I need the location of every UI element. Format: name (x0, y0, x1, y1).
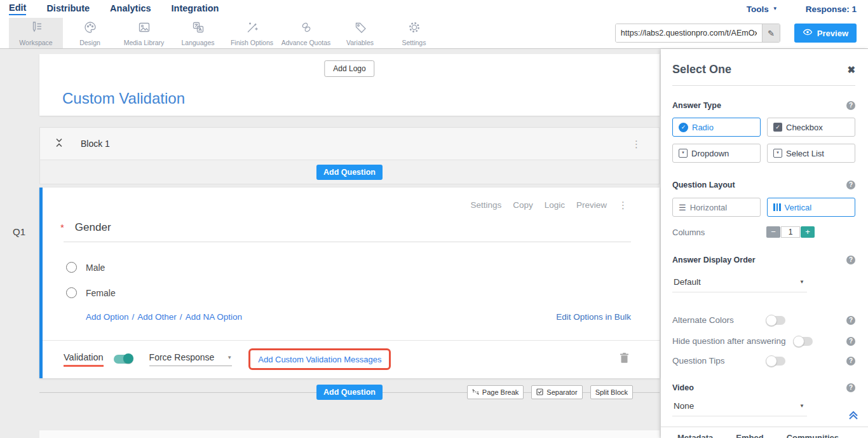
layout-vertical-button[interactable]: Vertical (767, 198, 855, 217)
columns-decrement-button[interactable]: − (766, 226, 780, 238)
layout-horizontal-button[interactable]: ☰ Horizontal (672, 198, 761, 217)
close-icon[interactable]: ✖ (847, 64, 855, 76)
hide-question-row: Hide question after answering ? (672, 336, 855, 346)
add-option-link[interactable]: Add Option (86, 312, 129, 322)
split-block-button[interactable]: Split Block (590, 385, 633, 399)
answer-type-radio[interactable]: ✓ Radio (672, 118, 761, 137)
help-icon[interactable]: ? (846, 357, 855, 366)
caret-down-icon: ▼ (773, 6, 778, 11)
answer-display-order-select[interactable]: Default ▼ (672, 277, 807, 292)
scroll-to-top-icon[interactable] (848, 410, 859, 423)
answer-option-label[interactable]: Female (86, 288, 116, 298)
magic-wand-icon (245, 20, 259, 37)
link-separator: / (132, 312, 135, 322)
trash-icon[interactable] (620, 352, 629, 366)
block-title[interactable]: Block 1 (81, 139, 110, 149)
select-list-box-icon: ▼ (773, 149, 782, 158)
toolbar-item-label: Settings (402, 39, 426, 46)
answer-type-select-list[interactable]: ▼ Select List (767, 144, 855, 163)
tag-icon (353, 20, 367, 37)
response-count[interactable]: Response: 1 (806, 4, 857, 14)
edit-options-in-bulk-link[interactable]: Edit Options in Bulk (556, 312, 631, 322)
question-logic-link[interactable]: Logic (545, 200, 565, 210)
help-icon[interactable]: ? (846, 181, 855, 189)
video-select[interactable]: None ▼ (672, 401, 807, 416)
columns-increment-button[interactable]: + (801, 226, 815, 238)
block-header: Block 1 ⋮ (40, 128, 659, 160)
page-break-button[interactable]: Page Break (467, 385, 524, 399)
eye-icon (803, 28, 813, 38)
answer-type-checkbox[interactable]: ✓ Checkbox (767, 118, 855, 137)
add-question-button[interactable]: Add Question (316, 165, 383, 180)
question-more-icon[interactable]: ⋮ (618, 200, 628, 210)
help-icon[interactable]: ? (846, 256, 855, 264)
add-logo-button[interactable]: Add Logo (324, 60, 374, 77)
nav-tab-edit[interactable]: Edit (9, 3, 26, 15)
block-more-icon[interactable]: ⋮ (632, 139, 641, 149)
main-area: Q1 Add Logo Custom Validation Block 1 ⋮ … (0, 49, 868, 438)
tools-menu[interactable]: Tools ▼ (747, 4, 778, 14)
nav-tab-integration[interactable]: Integration (172, 3, 219, 15)
toolbar-item-advance-quotas[interactable]: Advance Quotas (279, 18, 333, 48)
answer-display-order-label: Answer Display Order (672, 256, 756, 264)
question-title[interactable]: Gender (75, 221, 111, 234)
radio-button[interactable] (66, 262, 77, 273)
toolbar-item-settings[interactable]: Settings (387, 18, 441, 48)
survey-header-card: Add Logo Custom Validation (39, 54, 660, 116)
toolbar-item-variables[interactable]: Variables (333, 18, 387, 48)
preview-button[interactable]: Preview (794, 24, 857, 43)
nav-tab-analytics[interactable]: Analytics (110, 3, 151, 15)
toolbar-item-languages[interactable]: Languages (171, 18, 225, 48)
question-settings-link[interactable]: Settings (470, 200, 501, 210)
separator-label: Separator (546, 388, 577, 396)
alternate-colors-label: Alternate Colors (672, 315, 766, 325)
survey-title[interactable]: Custom Validation (62, 90, 185, 107)
toolbar-item-design[interactable]: Design (63, 18, 117, 48)
toolbar-item-workspace[interactable]: Workspace (9, 18, 63, 48)
force-response-select[interactable]: Force Response ▼ (149, 352, 233, 366)
help-icon[interactable]: ? (846, 101, 855, 110)
toolbar-item-label: Languages (182, 39, 215, 46)
help-icon[interactable]: ? (846, 383, 855, 392)
toolbar-item-label: Variables (346, 39, 374, 46)
required-asterisk: * (60, 222, 64, 233)
validation-label: Validation (64, 352, 104, 367)
nav-tab-distribute[interactable]: Distribute (46, 3, 90, 15)
alternate-colors-toggle[interactable] (766, 316, 785, 325)
tab-metadata[interactable]: Metadata (677, 433, 713, 438)
answer-type-option-label: Select List (786, 149, 824, 158)
toolbar-item-label: Design (79, 39, 100, 46)
edit-url-button[interactable]: ✎ (762, 24, 780, 42)
survey-editor-column: Add Logo Custom Validation Block 1 ⋮ Add… (39, 49, 660, 438)
toolbar-right: ✎ Preview (615, 18, 868, 48)
toolbar-item-finish-options[interactable]: Finish Options (225, 18, 279, 48)
help-icon[interactable]: ? (846, 316, 855, 325)
horizontal-lines-icon: ☰ (679, 203, 686, 212)
add-na-option-link[interactable]: Add NA Option (186, 312, 242, 322)
help-icon[interactable]: ? (846, 337, 855, 346)
answer-type-dropdown[interactable]: ▼ Dropdown (672, 144, 761, 163)
question-tips-toggle[interactable] (766, 357, 785, 366)
question-title-underline (64, 242, 631, 242)
question-copy-link[interactable]: Copy (513, 200, 533, 210)
tab-embed[interactable]: Embed (736, 433, 763, 438)
question-preview-link[interactable]: Preview (576, 200, 607, 210)
separator-button[interactable]: Separator (531, 385, 582, 399)
top-nav-right: Tools ▼ Response: 1 (747, 4, 857, 14)
tab-communities[interactable]: Communities (787, 433, 839, 438)
collapse-block-icon[interactable] (55, 137, 63, 151)
add-custom-validation-link[interactable]: Add Custom Validation Messages (258, 355, 381, 364)
hide-question-toggle[interactable] (794, 337, 813, 346)
radio-button[interactable] (66, 287, 77, 298)
toolbar-item-media-library[interactable]: Media Library (117, 18, 171, 48)
add-question-button[interactable]: Add Question (316, 385, 383, 400)
toolbar-item-label: Finish Options (231, 39, 273, 46)
annotation-highlight-box: Add Custom Validation Messages (248, 348, 391, 370)
answer-option-label[interactable]: Male (86, 263, 105, 273)
link-separator: / (180, 312, 182, 322)
page-break-icon (472, 388, 479, 397)
checkbox-check-icon: ✓ (773, 123, 782, 132)
survey-url-input[interactable] (616, 24, 762, 42)
add-other-link[interactable]: Add Other (137, 312, 177, 322)
validation-toggle[interactable] (114, 355, 133, 364)
